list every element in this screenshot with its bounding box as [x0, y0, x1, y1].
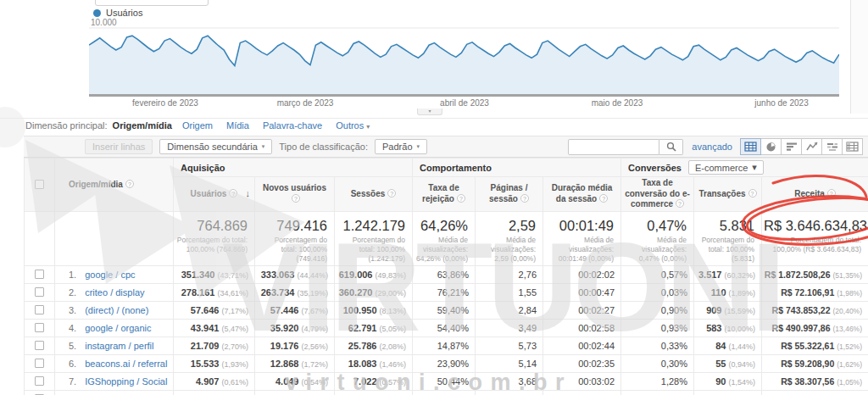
help-icon[interactable]: ? — [520, 194, 529, 203]
ga-report-page: Usuários 10.000 5.000 fevereiro de 2023 … — [0, 0, 868, 395]
metric-percent: (5,47%) — [221, 325, 248, 333]
help-icon[interactable]: ? — [229, 189, 237, 198]
percentage-view-button[interactable] — [760, 138, 782, 155]
metric-value: 25.786 — [348, 341, 377, 351]
column-header-origem-midia[interactable]: Origem/mídia? — [55, 159, 174, 212]
advanced-search-link[interactable]: avançado — [692, 142, 732, 152]
source-medium-link[interactable]: beacons.ai / referral — [85, 359, 167, 369]
conversions-type-select[interactable]: E-commerce▾ — [688, 160, 764, 175]
source-medium-link[interactable]: (direct) / (none) — [85, 305, 148, 315]
dimension-selected-origem-midia[interactable]: Origem/mídia — [113, 120, 172, 131]
column-header-receita[interactable]: Receita? — [762, 177, 868, 212]
row-checkbox[interactable] — [35, 323, 44, 332]
cell-bounce: 50,44% — [413, 372, 476, 390]
comparison-view-button[interactable] — [801, 138, 822, 155]
column-header-paginas-sessao[interactable]: Páginas / sessão? — [476, 177, 543, 212]
metric-value: 43.941 — [191, 323, 220, 333]
help-icon[interactable]: ? — [457, 194, 465, 203]
table-row: 3.(direct) / (none) 57.646(7,17%)57.446(… — [25, 301, 868, 319]
dimension-link-palavra-chave[interactable]: Palavra-chave — [263, 120, 322, 131]
cell-pages: 1,55 — [476, 283, 543, 301]
cell-pages: 5,14 — [476, 354, 543, 372]
performance-view-button[interactable] — [781, 138, 802, 155]
metric-percent: (43,71%) — [217, 271, 248, 280]
help-icon[interactable]: ? — [599, 194, 608, 203]
cell-trans: 90(1,54%) — [694, 372, 762, 390]
metric-value: 333.063 — [261, 270, 295, 280]
panel-right-edge — [850, 0, 868, 114]
column-header-duracao-media[interactable]: Duração média da sessão? — [543, 177, 621, 212]
column-header-sessoes[interactable]: Sessões? — [335, 177, 413, 212]
cell-revenue: R$ 59.208,90(1,62%) — [762, 354, 868, 372]
insert-rows-button[interactable]: Inserir linhas — [85, 139, 153, 154]
group-header-comportamento: Comportamento — [413, 159, 621, 177]
data-table-view-button[interactable] — [740, 138, 761, 155]
total-usuarios: 764.869Porcentagem do total: 100,00% (76… — [174, 211, 255, 265]
source-medium-link[interactable]: google / organic — [85, 323, 151, 333]
help-icon[interactable]: ? — [676, 199, 684, 208]
help-icon[interactable]: ? — [748, 189, 757, 198]
cell-conv: 0,90% — [621, 301, 694, 319]
pivot-view-button[interactable] — [842, 138, 863, 155]
metric-percent: (44,44%) — [297, 271, 328, 280]
help-icon[interactable]: ? — [827, 189, 836, 198]
metric-percent: (0,57%) — [380, 378, 407, 387]
cell-duration: 00:02:02 — [543, 265, 621, 283]
table-toolbar: Inserir linhas Dimensão secundária▾ Tipo… — [24, 136, 868, 158]
metric-value: 4.049 — [275, 376, 299, 387]
term-cloud-view-button[interactable] — [821, 138, 843, 155]
metric-selector-partial[interactable] — [95, 0, 209, 6]
data-table-view-icon — [744, 142, 757, 152]
total-duracao-media: 00:01:49Média de visualizações: 00:01:49… — [543, 211, 621, 265]
row-checkbox[interactable] — [35, 305, 44, 314]
table-row: 4.google / organic 43.941(5,47%)35.920(4… — [25, 319, 868, 337]
cell-trans: 110(1,89%) — [694, 283, 762, 301]
dimension-link-outros[interactable]: Outros ▾ — [336, 120, 370, 131]
cell-bounce: 54,40% — [413, 319, 476, 337]
row-checkbox[interactable] — [35, 287, 44, 297]
dimension-link-midia[interactable]: Mídia — [226, 120, 249, 131]
metric-value: 278.161 — [181, 287, 215, 298]
secondary-dimension-button[interactable]: Dimensão secundária▾ — [159, 139, 272, 154]
metric-percent: (0,61%) — [221, 378, 248, 387]
source-medium-link[interactable]: google / cpc — [85, 270, 135, 280]
row-checkbox[interactable] — [35, 270, 44, 279]
cell-users: 4.907(0,61%) — [174, 372, 255, 390]
sort-type-button[interactable]: Padrão▾ — [375, 139, 427, 154]
metric-percent: (13,46%) — [833, 325, 863, 333]
cell-bounce: 25,59% — [413, 390, 476, 395]
row-checkbox[interactable] — [35, 359, 44, 368]
timeline-expand-handle[interactable]: ▾ — [417, 108, 442, 115]
metric-percent: (7,17%) — [221, 307, 248, 315]
column-header-usuarios[interactable]: Usuários?↓ — [174, 177, 255, 212]
column-header-novos-usuarios[interactable]: Novos usuários? — [255, 177, 335, 212]
help-icon[interactable]: ? — [125, 180, 134, 188]
row-checkbox[interactable] — [35, 376, 44, 386]
cell-conv: 1,28% — [621, 372, 694, 390]
sort-type-label: Tipo de classificação: — [279, 142, 368, 152]
search-input[interactable] — [568, 139, 659, 155]
metric-percent: (1,05%) — [837, 378, 862, 387]
cell-pages: 2,84 — [476, 301, 543, 319]
column-header-taxa-rejeicao[interactable]: Taxa de rejeição? — [413, 177, 476, 212]
help-icon[interactable]: ? — [387, 189, 396, 198]
source-medium-link[interactable]: criteo / display — [85, 287, 144, 298]
source-medium-link[interactable]: IGShopping / Social — [85, 376, 167, 387]
cell-conv: 0,93% — [621, 319, 694, 337]
table-row: 6.beacons.ai / referral 15.533(1,93%)12.… — [25, 354, 868, 372]
total-sessoes: 1.242.179Porcentagem do total: 100,00% (… — [335, 211, 413, 265]
column-header-taxa-conversao[interactable]: Taxa de conversão do e-commerce? — [621, 177, 694, 212]
help-icon[interactable]: ? — [292, 194, 300, 203]
dimension-link-origem[interactable]: Origem — [182, 120, 213, 131]
metric-value: 100.950 — [343, 305, 377, 315]
row-checkbox[interactable] — [35, 341, 44, 350]
metric-percent: (2,70%) — [221, 342, 248, 351]
source-medium-link[interactable]: instagram / perfil — [85, 341, 153, 351]
sort-descending-icon: ↓ — [246, 188, 251, 200]
primary-dimension-label: Dimensão principal: — [25, 120, 108, 131]
select-all-checkbox[interactable] — [35, 180, 44, 189]
cell-duration: 00:00:47 — [543, 283, 621, 301]
metric-value: 84 — [715, 341, 726, 351]
column-header-transacoes[interactable]: Transações? — [694, 177, 762, 212]
search-button[interactable] — [659, 139, 683, 155]
